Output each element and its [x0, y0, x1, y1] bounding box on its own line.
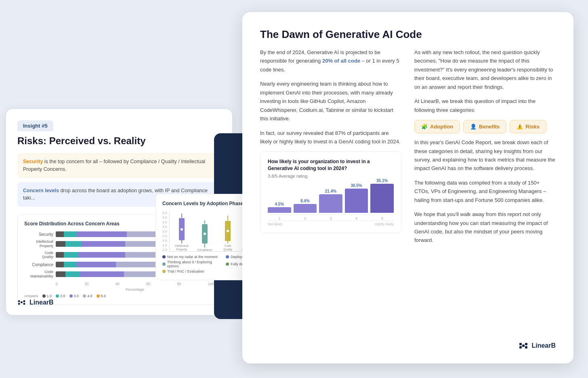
security-info-box: Security is the top concern for all – fo… [17, 153, 221, 178]
insight-tag: Insight #5 [17, 120, 53, 131]
svg-rect-3 [23, 300, 25, 302]
svg-rect-5 [519, 343, 522, 345]
invest-bar-3: 21.4% [319, 189, 342, 213]
seg2 [64, 231, 76, 237]
legend-dot-4 [83, 294, 86, 298]
avg-rating: 3.8/5 Average rating [268, 174, 394, 178]
seg2 [64, 252, 78, 258]
candle-compliance: Compliance [194, 220, 215, 251]
candle-label-cq: CodeQuality [223, 244, 232, 251]
svg-rect-2 [21, 301, 23, 303]
adoption-label: Adoption [430, 124, 453, 130]
benefits-button[interactable]: 👤 Benefits [463, 120, 506, 133]
legend-item-1: 1.0 [42, 294, 52, 298]
legend-dot-2 [56, 294, 59, 298]
para3: In fact, our survey revealed that 87% of… [260, 129, 401, 146]
main-content: By the end of 2024, Generative AI is pro… [260, 48, 556, 250]
adoption-icon: 🧩 [421, 124, 428, 130]
linearb-logo-icon [519, 341, 528, 351]
invest-bar-2: 8.4% [294, 199, 317, 213]
legend-item-2: 2.0 [56, 294, 65, 298]
seg3 [76, 262, 116, 267]
security-text: is the top concern for all – followed by… [23, 159, 205, 172]
right-para5: We hope that you'll walk away from this … [414, 210, 556, 245]
legend-dot-5 [97, 294, 100, 298]
seg3 [76, 231, 127, 237]
svg-rect-1 [18, 303, 20, 305]
legend-item-5: 5.0 [97, 294, 106, 298]
right-para3: In this year's GenAI Code Report, we bre… [414, 138, 556, 173]
svg-rect-9 [525, 346, 527, 349]
seg1 [56, 252, 64, 258]
security-highlight: Security [23, 159, 43, 164]
answers-legend: Answers 1.0 2.0 3.0 4.0 [24, 294, 214, 298]
risks-icon: ⚠️ [517, 124, 523, 130]
bar-label-compliance: Compliance [24, 262, 53, 267]
svg-rect-8 [525, 343, 527, 345]
seg3 [80, 271, 124, 277]
linearb-icon [17, 298, 26, 307]
risks-heading: Risks: Perceived vs. Reality [17, 135, 221, 147]
all-code-link[interactable]: 20% of all code [322, 58, 360, 64]
legend-item-3: 3.0 [69, 294, 79, 298]
linearb-logo-back: LinearB [17, 298, 54, 307]
seg1 [56, 241, 65, 247]
invest-bar-numbers: 1 2 3 4 5 [268, 216, 394, 220]
seg1 [56, 271, 65, 277]
svg-rect-0 [18, 300, 20, 302]
legend-not-radar: Not on my radar at the moment [162, 255, 223, 259]
legend-dot-3 [69, 294, 73, 298]
right-para2: At LinearB, we break this question of im… [414, 97, 556, 114]
seg2 [64, 262, 76, 267]
invest-x-labels: Not likely Highly likely [268, 220, 394, 226]
y-axis: 5.0 4.5 4.0 3.5 3.0 2.5 2.0 1.5 1.0 [162, 211, 168, 252]
seg4 [116, 262, 160, 267]
para1: By the end of 2024, Generative AI is pro… [260, 48, 401, 74]
main-title: The Dawn of Generative AI Code [260, 28, 556, 41]
bar-label-security: Security [24, 232, 53, 237]
candle-label-compliance: Compliance [197, 248, 212, 251]
left-column: By the end of 2024, Generative AI is pro… [260, 48, 401, 250]
seg2 [65, 271, 80, 277]
invest-bar-1: 4.5% [268, 202, 291, 213]
seg1 [56, 231, 64, 237]
adoption-button[interactable]: 🧩 Adoption [414, 120, 460, 133]
invest-bars: 4.5% 8.4% 21.4% 30.5% [268, 183, 394, 215]
legend-item-4: 4.0 [83, 294, 92, 298]
linearb-logo-main: LinearB [519, 341, 556, 351]
x-axis: 0 20 40 60 80 100 [24, 282, 214, 286]
invest-bar-5: 35.1% [370, 178, 394, 213]
bar-label-ip: IntellectualProperty [24, 239, 53, 248]
linearb-logo-text: LinearB [531, 342, 556, 349]
bar-label-cq: CodeQuality [24, 251, 53, 260]
categories-row: 🧩 Adoption 👤 Benefits ⚠️ Risks [414, 120, 556, 133]
invest-chart-title: How likely is your organization to inves… [268, 158, 394, 172]
svg-rect-4 [23, 303, 25, 305]
seg1 [56, 262, 64, 267]
candle-dot [227, 230, 229, 232]
candle-label-ip: IntellectualProperty [175, 244, 188, 251]
candle-dot [181, 228, 183, 231]
seg3 [78, 252, 126, 258]
right-para1: As with any new tech rollout, the next q… [414, 48, 556, 91]
main-card: The Dawn of Generative AI Code By the en… [242, 12, 573, 363]
benefits-icon: 👤 [470, 124, 477, 130]
right-para4: The following data was compiled from a s… [414, 178, 556, 204]
investment-chart: How likely is your organization to inves… [260, 151, 401, 233]
candle-dot [204, 233, 206, 235]
seg4 [125, 252, 160, 258]
legend-dot-1 [42, 294, 46, 298]
legend-trial: Trial / PoC / Evaluation [162, 269, 223, 273]
seg2 [65, 241, 81, 247]
benefits-label: Benefits [479, 124, 500, 130]
candle-code-quality: CodeQuality [217, 216, 238, 251]
risks-label: Risks [525, 124, 540, 130]
x-axis-label: Percentage [24, 288, 214, 292]
legend-thinking: Thinking about it / Exploring options [162, 260, 223, 268]
svg-rect-6 [519, 346, 522, 349]
answers-label: Answers [24, 294, 38, 298]
concern-highlight: Concern levels [23, 188, 59, 193]
risks-button[interactable]: ⚠️ Risks [510, 120, 546, 133]
seg3 [81, 241, 126, 247]
bar-label-cm: CodeMaintainability [24, 270, 53, 279]
